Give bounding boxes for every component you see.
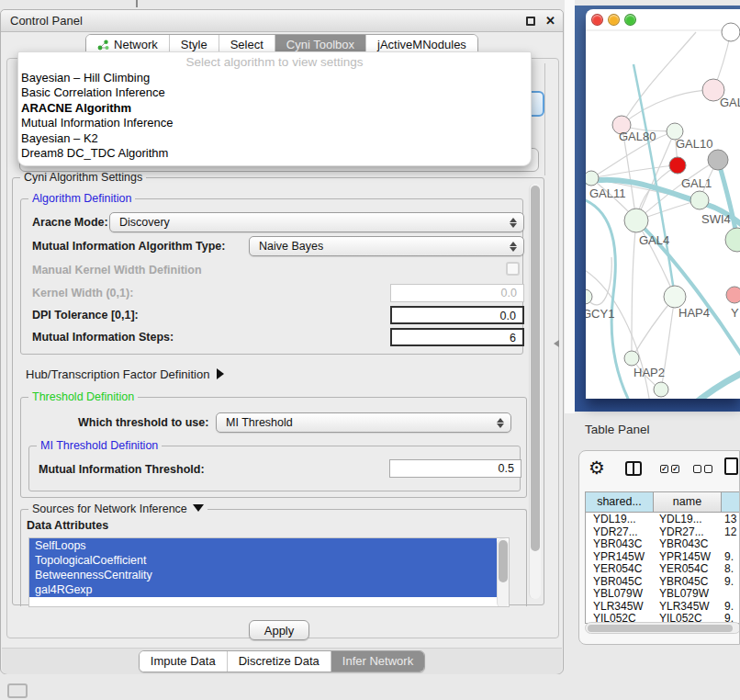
network-node[interactable] [690,191,709,209]
tab-impute-data[interactable]: Impute Data [140,651,228,672]
mi-steps-label: Mutual Information Steps: [32,331,174,344]
network-node[interactable] [624,209,648,232]
minimize-light[interactable] [608,14,620,26]
network-node[interactable] [708,150,728,170]
sources-group-title[interactable]: Sources for Network Inference [28,502,207,515]
network-node[interactable] [669,157,686,174]
tab-infer-network[interactable]: Infer Network [331,651,424,672]
network-node[interactable] [664,286,686,308]
network-edge [633,64,675,297]
table-row[interactable]: YER054CYER054C8. [586,562,740,575]
table-cell: 12 [722,525,740,538]
network-node[interactable] [725,228,740,252]
algorithm-option[interactable]: Bayesian – K2 [18,131,531,146]
deselect-all-icon[interactable] [693,465,712,473]
tab-discretize-data[interactable]: Discretize Data [228,651,331,672]
cyni-algorithm-settings-group: Cyni Algorithm Settings Algorithm Defini… [12,177,544,605]
table-row[interactable]: YLR345WYLR345W9. [586,600,740,613]
aracne-mode-select[interactable]: Discovery [109,212,524,232]
float-window-icon[interactable] [526,17,535,26]
minimized-panel-icon[interactable] [7,683,28,698]
select-all-icon[interactable]: ✓✓ [660,465,679,473]
attribute-item[interactable]: gal4RGexp [29,582,497,597]
table-row[interactable]: YBR045CYBR045C9. [586,575,740,588]
apply-button[interactable]: Apply [249,620,309,640]
network-node[interactable] [654,382,668,397]
which-threshold-select[interactable]: MI Threshold [216,412,511,433]
gear-icon[interactable]: ⚙ [589,457,605,479]
zoom-light[interactable] [624,14,636,26]
attribute-item[interactable]: BetweennessCentrality [29,568,497,582]
table-cell: 9. [722,550,740,563]
tab-label: Infer Network [342,654,413,668]
cyni-bottom-tabs: Impute DataDiscretize DataInfer Network [139,650,425,672]
algorithm-option[interactable]: ARACNE Algorithm [18,101,531,116]
table-cell: YDR27... [654,525,722,538]
node-label: HAP4 [678,306,710,320]
tab-label: Impute Data [151,654,216,668]
network-node[interactable] [624,351,639,366]
algorithm-option[interactable]: Basic Correlation Inference [18,85,531,100]
algorithm-definition-group: Algorithm Definition Aracne Mode: Discov… [20,198,523,355]
table-cell: YPR145W [586,550,654,563]
table-hscrollbar[interactable] [585,622,740,634]
algorithm-select-popup: Select algorithm to view settings Bayesi… [17,51,532,166]
dpi-tolerance-label: DPI Tolerance [0,1]: [32,309,139,322]
table-cell: YBL079W [654,587,722,600]
threshold-definition-title: Threshold Definition [28,390,138,403]
table-row[interactable]: YDL19...YDL19...13 [586,513,740,525]
document-icon[interactable] [724,457,738,475]
column-header[interactable]: A [722,492,740,513]
close-light[interactable] [591,14,603,26]
table-cell: YBR043C [654,537,722,550]
hub-definition-expander[interactable]: Hub/Transcription Factor Definition [26,367,224,381]
table-cell: YBR045C [654,575,722,588]
sources-group: Sources for Network Inference Data Attri… [20,509,527,606]
table-cell [722,587,740,600]
attributes-scrollbar[interactable] [497,538,509,607]
algorithm-option[interactable]: Bayesian – Hill Climbing [18,71,531,85]
network-icon [97,40,109,51]
mi-threshold-group: MI Threshold Definition Mutual Informati… [28,446,521,491]
network-node[interactable] [586,171,599,186]
table-cell: YDL19... [586,513,654,525]
table-cell: YDL19... [654,513,722,525]
close-icon[interactable]: ✕ [545,13,555,29]
network-node[interactable] [722,23,740,41]
mi-threshold-label: Mutual Information Threshold: [39,463,205,476]
table-row[interactable]: YBL079WYBL079W [586,587,740,600]
which-threshold-label: Which threshold to use: [78,416,208,429]
threshold-definition-group: Threshold Definition Which threshold to … [20,397,527,498]
tab-label: Cyni Toolbox [286,38,354,51]
table-cell: YDR27... [586,525,654,538]
table-row[interactable]: YDR27...YDR27...12 [586,525,740,538]
table-row[interactable]: YPR145WYPR145W9. [586,550,740,563]
mi-steps-input[interactable]: 6 [390,328,524,346]
mi-algorithm-type-select[interactable]: Naive Bayes [249,236,524,256]
panel-title: Control Panel [10,10,83,32]
algorithm-option[interactable]: Dream8 DC_TDC Algorithm [18,146,531,161]
columns-icon[interactable] [625,461,642,476]
mi-threshold-input[interactable]: 0.5 [389,459,521,478]
attribute-item[interactable]: SelfLoops [29,538,497,553]
column-header[interactable]: name [654,492,722,513]
mi-threshold-title: MI Threshold Definition [37,439,162,452]
network-canvas[interactable]: GALGAL80GAL10GAL1GAL11SWI4GAL4GCY1HAP4YH… [586,9,740,399]
aracne-mode-label: Aracne Mode: [32,216,108,229]
dpi-tolerance-input[interactable]: 0.0 [390,306,524,324]
algorithm-option[interactable]: Mutual Information Inference [18,116,531,130]
table-cell: YBL079W [586,587,654,600]
attribute-item[interactable]: TopologicalCoefficient [29,553,497,568]
network-node[interactable] [726,287,740,303]
node-label: GAL80 [619,130,656,143]
node-label: GAL1 [681,176,712,190]
panel-splitter-handle[interactable] [553,338,560,348]
network-node[interactable] [586,289,592,304]
table-cell [722,537,740,550]
settings-scrollbar[interactable] [529,184,541,599]
tab-label: Network [114,38,158,51]
column-header[interactable]: shared... [586,492,654,513]
control-panel-window: Control Panel ✕ NetworkStyleSelectCyni T… [0,9,564,674]
table-cell: 9. [722,600,740,613]
table-row[interactable]: YBR043CYBR043C [586,537,740,550]
